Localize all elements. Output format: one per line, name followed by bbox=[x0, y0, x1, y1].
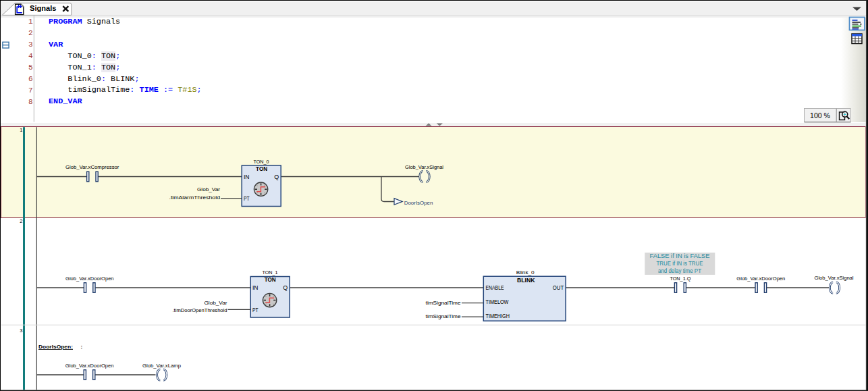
svg-text:TON_1.Q: TON_1.Q bbox=[670, 276, 690, 282]
svg-text:Glob_Var: Glob_Var bbox=[197, 186, 220, 192]
svg-text:Glob_Var.xDoorOpen: Glob_Var.xDoorOpen bbox=[65, 276, 114, 282]
svg-text:Q: Q bbox=[274, 174, 279, 180]
svg-text:100 %: 100 % bbox=[810, 111, 830, 120]
svg-text:TON: TON bbox=[265, 276, 276, 283]
svg-text:FALSE if IN is FALSE: FALSE if IN is FALSE bbox=[650, 253, 710, 259]
svg-text:PT: PT bbox=[244, 195, 250, 202]
svg-text:TRUE if IN is TRUE: TRUE if IN is TRUE bbox=[657, 260, 703, 267]
svg-text:Glob_Var.xLamp: Glob_Var.xLamp bbox=[142, 363, 182, 369]
svg-text:and delay time PT: and delay time PT bbox=[658, 267, 702, 274]
svg-text:Glob_Var.xSignal: Glob_Var.xSignal bbox=[815, 275, 854, 281]
svg-text:.timAlarmThreshold: .timAlarmThreshold bbox=[169, 194, 221, 201]
svg-text:TON_0: TON_0 bbox=[254, 159, 269, 165]
svg-text:Glob_Var.xDoorOpen: Glob_Var.xDoorOpen bbox=[65, 363, 114, 369]
svg-text:timSignalTime: timSignalTime bbox=[426, 313, 462, 319]
svg-text:1: 1 bbox=[20, 127, 22, 133]
svg-text:IN: IN bbox=[244, 174, 250, 180]
svg-text:Blink_0: Blink_0 bbox=[516, 269, 535, 276]
svg-text:Signals: Signals bbox=[30, 4, 57, 12]
svg-text:Glob_Var.xSignal: Glob_Var.xSignal bbox=[405, 164, 443, 170]
svg-text:BLINK: BLINK bbox=[517, 277, 535, 284]
svg-text:Glob_Var.xDoorOpen: Glob_Var.xDoorOpen bbox=[736, 276, 785, 282]
svg-text:.timDoorOpenThreshold: .timDoorOpenThreshold bbox=[173, 307, 227, 313]
svg-text:PT: PT bbox=[252, 307, 259, 313]
svg-text:timSignalTime: timSignalTime bbox=[426, 300, 462, 306]
svg-text:ENABLE: ENABLE bbox=[486, 284, 504, 291]
svg-text::: : bbox=[81, 344, 83, 350]
svg-text:3: 3 bbox=[20, 328, 22, 334]
svg-text:DoorIsOpen: DoorIsOpen bbox=[404, 200, 433, 206]
svg-text:TIMEHIGH: TIMEHIGH bbox=[486, 313, 510, 319]
svg-text:Glob_Var.xCompressor: Glob_Var.xCompressor bbox=[65, 164, 119, 170]
svg-text:Q: Q bbox=[283, 284, 288, 291]
svg-text:Glob_Var: Glob_Var bbox=[205, 300, 227, 306]
svg-text:TIMELOW: TIMELOW bbox=[486, 298, 509, 305]
svg-text:TON_1: TON_1 bbox=[263, 269, 278, 276]
svg-text:DoorIsOpen:: DoorIsOpen: bbox=[38, 344, 73, 350]
svg-text:TON: TON bbox=[256, 165, 267, 172]
svg-text:IN: IN bbox=[252, 284, 259, 291]
svg-text:OUT: OUT bbox=[553, 284, 564, 291]
svg-text:2: 2 bbox=[20, 218, 22, 224]
